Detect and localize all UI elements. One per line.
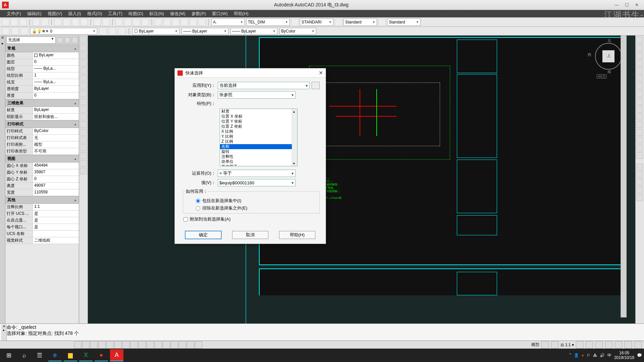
arc-icon[interactable] [80,67,87,74]
linetype-combo[interactable]: ☐ ByLayer [132,28,179,35]
isolate-icon[interactable] [625,341,632,349]
prop-section[interactable]: 视图 [5,155,79,163]
prop-row[interactable]: 圆心 X 坐标454494 [5,163,79,169]
prop-value[interactable]: 无 [33,135,79,141]
tray-ime-icon[interactable]: 中 [607,353,611,358]
menu-modify[interactable]: 修改(M) [170,11,185,17]
extend-icon[interactable] [636,114,643,120]
tray-defender-icon[interactable]: ⚐ [587,353,590,358]
line-icon[interactable] [80,37,87,43]
layer-props-icon[interactable] [2,27,9,35]
layer-filter-icon[interactable] [21,27,28,35]
edge-icon[interactable]: e [48,349,62,361]
polygon-icon[interactable] [80,52,87,59]
grid-display-icon[interactable] [541,341,549,349]
start-icon[interactable]: ⊞ [2,349,15,361]
prop-row[interactable]: 打印样式表无 [5,135,79,141]
list-item[interactable]: X 比例 [220,129,297,134]
prop-row[interactable]: 厚度0 [5,93,79,99]
undo-icon[interactable] [94,18,101,26]
navorbit-icon[interactable] [636,187,643,193]
quickselect-icon[interactable] [57,37,63,43]
block-icon[interactable] [80,114,87,120]
list-item[interactable]: 名称 [220,144,297,149]
prop-section[interactable]: 常规 [5,45,79,52]
open-icon[interactable] [11,18,18,26]
tray-people-icon[interactable]: 👤 [574,353,579,358]
prop-row[interactable]: 打印表类型不可用 [5,148,79,155]
region-icon[interactable] [80,144,87,151]
model-space-btn[interactable]: 模型 [531,342,539,348]
menu-param[interactable]: 参数(P) [192,11,206,17]
taskview-icon[interactable]: ☰ [33,349,46,361]
fillet-icon[interactable] [636,144,643,151]
autocad-icon[interactable]: A [110,349,123,361]
otrack-icon[interactable] [122,341,130,349]
layer-prev-icon[interactable] [109,27,116,35]
prop-value[interactable]: 35907 [33,169,79,176]
zoom-window-icon[interactable] [133,18,140,26]
menu-draw[interactable]: 绘图(D) [128,11,143,17]
menu-dim[interactable]: 标注(N) [149,11,164,17]
save-icon[interactable] [19,18,27,26]
navbar-icon[interactable] [636,164,643,170]
sheetset-icon[interactable] [181,18,188,26]
prop-section[interactable]: 打印样式 [5,120,79,128]
tray-up-icon[interactable]: ˄ [569,353,571,358]
prop-row[interactable]: 在原点显...是 [5,217,79,224]
list-item[interactable]: Z 比例 [220,139,297,144]
plot-icon[interactable] [41,18,49,26]
selectobj-icon[interactable] [64,37,70,43]
color-combo[interactable]: ByColor [279,28,316,35]
explorer-icon[interactable]: ▆ [64,349,77,361]
ellipsearc-icon[interactable] [80,106,87,113]
prop-value[interactable]: 模型 [33,141,79,148]
stretch-icon[interactable] [636,98,643,105]
list-scrollbar[interactable] [292,109,297,166]
minimize-icon[interactable]: — [614,2,619,7]
prop-value[interactable]: 是 [33,210,79,217]
calc-icon[interactable] [198,18,206,26]
break-icon[interactable] [636,121,643,128]
lwt-icon[interactable] [147,341,154,349]
excel-icon[interactable]: X [79,349,93,361]
value-combo[interactable]: $equip$00001160 [218,179,296,186]
prop-row[interactable]: UCS 名称 [5,231,79,237]
prop-row[interactable]: 图层0 [5,59,79,66]
prop-value[interactable]: ByLayer [33,52,79,59]
drawing-canvas[interactable]: 说明:1. 本图按建筑图中心.....2. 设计依据及电气设计.....3. 管… [88,36,635,323]
menu-window[interactable]: 窗口(W) [212,11,228,17]
layer-states-icon[interactable] [11,27,19,35]
prop-value[interactable]: 454494 [33,163,79,169]
prop-row[interactable]: 线宽—— ByLa... [5,79,79,86]
select-objects-icon[interactable] [312,82,320,89]
prop-row[interactable]: 颜色ByLayer [5,52,79,59]
prop-row[interactable]: 材质ByLayer [5,107,79,114]
viewcube[interactable]: 北 南 东 西 WCS 上 [585,40,622,70]
annoscale[interactable]: ⚖ 1:1 ▾ [560,343,574,347]
move-icon[interactable] [636,75,643,82]
prop-value[interactable]: ByLayer [33,86,79,92]
clean-icon[interactable] [634,341,642,349]
tray-notif-icon[interactable]: 💬 [637,353,642,358]
menu-insert[interactable]: 插入(I) [68,11,81,17]
erase-icon[interactable] [636,37,643,43]
prop-row[interactable]: 线型—— ByLa... [5,66,79,72]
operator-combo[interactable]: = 等于 [218,170,296,177]
toolbar-lock-icon[interactable] [605,341,612,349]
mleader-drop[interactable]: Standard [343,18,377,26]
zoom-prev-icon[interactable] [142,18,149,26]
wcs-label[interactable]: WCS [597,74,606,78]
prop-value[interactable] [33,231,79,237]
ortho-icon[interactable] [90,341,98,349]
list-item[interactable]: 注释性 [220,154,297,159]
tray-rec-icon[interactable]: ● [582,353,584,358]
navpan-icon[interactable] [636,171,643,178]
mirror-icon[interactable] [636,52,643,59]
check-append[interactable]: 附加到当前选择集(A) [183,216,320,222]
lineweight-combo[interactable]: —— ByLayer [181,28,228,35]
qp-icon[interactable] [163,341,170,349]
prop-section[interactable]: 其他 [5,196,79,204]
prop-value[interactable]: ByLayer [33,107,79,113]
menu-view[interactable]: 视图(V) [48,11,62,17]
